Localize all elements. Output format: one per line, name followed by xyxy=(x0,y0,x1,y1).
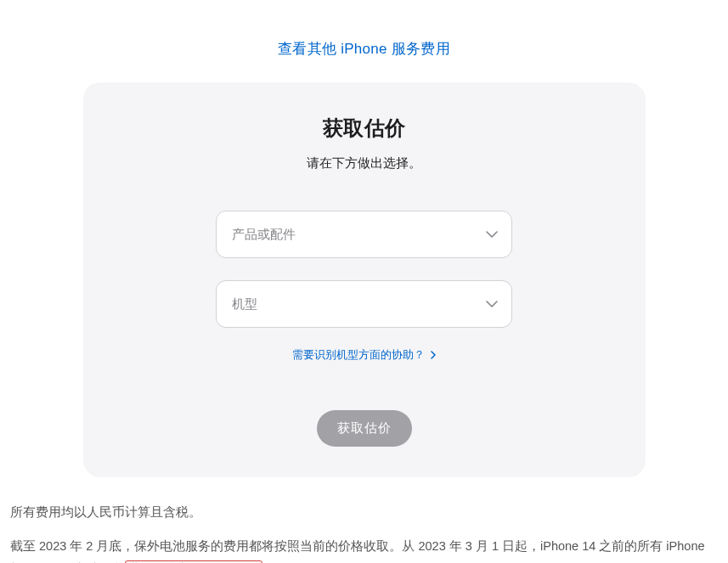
help-link-row: 需要识别机型方面的协助？ xyxy=(100,346,629,363)
help-link-label: 需要识别机型方面的协助？ xyxy=(292,348,425,361)
product-select[interactable]: 产品或配件 xyxy=(216,211,512,258)
footer-line-1: 所有费用均以人民币计算且含税。 xyxy=(10,501,718,525)
estimate-card: 获取估价 请在下方做出选择。 产品或配件 机型 需要识别机型方面的协助？ xyxy=(83,82,646,477)
card-title: 获取估价 xyxy=(100,115,629,142)
product-select-wrap: 产品或配件 xyxy=(216,211,512,258)
other-services-link[interactable]: 查看其他 iPhone 服务费用 xyxy=(278,41,450,57)
footer-line-2-part1: 截至 2023 年 2 月底，保外电池服务的费用都将按照当前的价格收取。从 20… xyxy=(10,539,705,563)
identify-model-help-link[interactable]: 需要识别机型方面的协助？ xyxy=(292,348,437,361)
get-estimate-button[interactable]: 获取估价 xyxy=(317,410,412,447)
model-select-wrap: 机型 xyxy=(216,280,512,328)
model-select-placeholder: 机型 xyxy=(232,296,257,312)
top-link-row: 查看其他 iPhone 服务费用 xyxy=(8,0,720,82)
footer-text: 所有费用均以人民币计算且含税。 截至 2023 年 2 月底，保外电池服务的费用… xyxy=(8,477,720,563)
chevron-right-icon xyxy=(431,349,436,362)
footer-line-2: 截至 2023 年 2 月底，保外电池服务的费用都将按照当前的价格收取。从 20… xyxy=(10,535,718,563)
model-select[interactable]: 机型 xyxy=(216,280,512,328)
card-subtitle: 请在下方做出选择。 xyxy=(100,155,629,172)
product-select-placeholder: 产品或配件 xyxy=(232,227,296,243)
